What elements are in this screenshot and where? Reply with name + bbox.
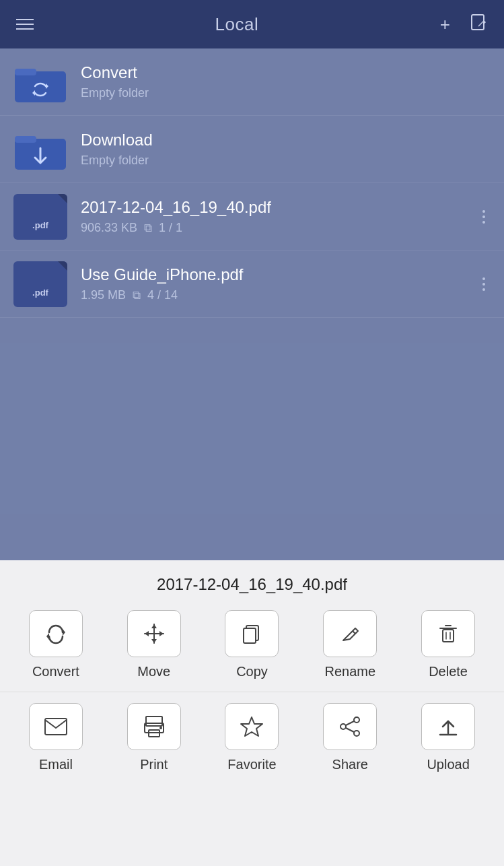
- page-title: Local: [215, 14, 259, 35]
- action-row-1: Convert Move C: [0, 605, 504, 685]
- move-button[interactable]: Move: [117, 605, 191, 685]
- rename-icon: [323, 610, 377, 657]
- list-item[interactable]: Convert Empty folder: [0, 48, 504, 116]
- more-options-button[interactable]: [477, 272, 491, 296]
- pdf-icon: .pdf: [13, 261, 67, 307]
- upload-button[interactable]: Upload: [411, 698, 485, 778]
- pdf-icon: .pdf: [13, 194, 67, 240]
- file-name: 2017-12-04_16_19_40.pdf: [81, 198, 477, 217]
- rename-label: Rename: [324, 664, 375, 679]
- svg-line-19: [353, 631, 355, 634]
- svg-point-29: [159, 727, 162, 729]
- folder-name: Download: [81, 131, 491, 149]
- file-size: 906.33 KB: [81, 221, 137, 235]
- email-label: Email: [39, 757, 73, 772]
- svg-rect-18: [244, 628, 256, 643]
- svg-marker-16: [159, 631, 164, 636]
- upload-label: Upload: [427, 757, 469, 772]
- folder-sub: Empty folder: [81, 86, 491, 100]
- copy-button[interactable]: Copy: [215, 605, 289, 685]
- convert-label: Convert: [32, 664, 79, 679]
- folder-sub: Empty folder: [81, 154, 491, 168]
- svg-line-35: [346, 728, 354, 732]
- favorite-button[interactable]: Favorite: [215, 698, 289, 778]
- top-bar: Local +: [0, 0, 504, 48]
- convert-icon: [29, 610, 83, 657]
- copy-pages-icon: ⧉: [144, 222, 152, 235]
- top-bar-actions: +: [440, 13, 488, 36]
- print-icon: [127, 703, 181, 750]
- svg-rect-25: [45, 719, 67, 735]
- move-icon: [127, 610, 181, 657]
- svg-marker-9: [63, 629, 65, 636]
- folder-info: Download Empty folder: [81, 131, 491, 168]
- action-divider: [0, 692, 504, 692]
- favorite-icon: [225, 703, 279, 750]
- delete-icon: [421, 610, 475, 657]
- action-row-2: Email Print Favorite: [0, 698, 504, 778]
- svg-rect-2: [15, 71, 66, 102]
- file-list: Convert Empty folder Download Empty fold…: [0, 48, 504, 560]
- list-item[interactable]: Download Empty folder: [0, 116, 504, 183]
- selected-filename: 2017-12-04_16_19_40.pdf: [157, 560, 347, 605]
- delete-label: Delete: [429, 664, 468, 679]
- svg-rect-26: [146, 717, 162, 726]
- svg-rect-20: [443, 630, 454, 642]
- file-pages: 4 / 14: [147, 288, 178, 302]
- copy-pages-icon: ⧉: [133, 289, 141, 302]
- svg-marker-13: [151, 624, 157, 628]
- edit-icon[interactable]: [469, 13, 488, 36]
- favorite-label: Favorite: [227, 757, 276, 772]
- svg-point-31: [354, 717, 359, 723]
- more-options-button[interactable]: [477, 205, 491, 229]
- folder-info: Convert Empty folder: [81, 63, 491, 100]
- folder-icon: [13, 127, 67, 172]
- email-icon: [29, 703, 83, 750]
- move-label: Move: [137, 664, 170, 679]
- add-icon[interactable]: +: [440, 14, 450, 35]
- svg-marker-30: [241, 717, 262, 736]
- file-name: Use Guide_iPhone.pdf: [81, 265, 477, 284]
- svg-line-34: [346, 721, 354, 725]
- folder-name: Convert: [81, 63, 491, 82]
- svg-line-1: [478, 22, 482, 26]
- svg-marker-14: [151, 639, 157, 643]
- share-button[interactable]: Share: [313, 698, 387, 778]
- rename-button[interactable]: Rename: [313, 605, 387, 685]
- bottom-sheet: 2017-12-04_16_19_40.pdf Convert: [0, 560, 504, 866]
- upload-icon: [421, 703, 475, 750]
- svg-point-32: [340, 724, 346, 729]
- folder-icon: [13, 59, 67, 105]
- file-meta: 906.33 KB ⧉ 1 / 1: [81, 221, 477, 235]
- file-info: Use Guide_iPhone.pdf 1.95 MB ⧉ 4 / 14: [81, 265, 477, 302]
- list-item[interactable]: .pdf Use Guide_iPhone.pdf 1.95 MB ⧉ 4 / …: [0, 251, 504, 318]
- menu-icon[interactable]: [16, 19, 34, 30]
- svg-marker-10: [46, 633, 49, 640]
- file-size: 1.95 MB: [81, 288, 126, 302]
- file-meta: 1.95 MB ⧉ 4 / 14: [81, 288, 477, 302]
- file-info: 2017-12-04_16_19_40.pdf 906.33 KB ⧉ 1 / …: [81, 198, 477, 235]
- print-label: Print: [140, 757, 168, 772]
- print-button[interactable]: Print: [117, 698, 191, 778]
- svg-rect-3: [15, 69, 36, 75]
- share-label: Share: [332, 757, 368, 772]
- svg-point-33: [354, 731, 359, 736]
- svg-marker-15: [145, 631, 149, 636]
- delete-button[interactable]: Delete: [411, 605, 485, 685]
- copy-label: Copy: [236, 664, 268, 679]
- svg-rect-7: [15, 136, 36, 143]
- convert-button[interactable]: Convert: [19, 605, 93, 685]
- copy-icon: [225, 610, 279, 657]
- file-pages: 1 / 1: [159, 221, 182, 235]
- email-button[interactable]: Email: [19, 698, 93, 778]
- list-item[interactable]: .pdf 2017-12-04_16_19_40.pdf 906.33 KB ⧉…: [0, 183, 504, 251]
- share-icon: [323, 703, 377, 750]
